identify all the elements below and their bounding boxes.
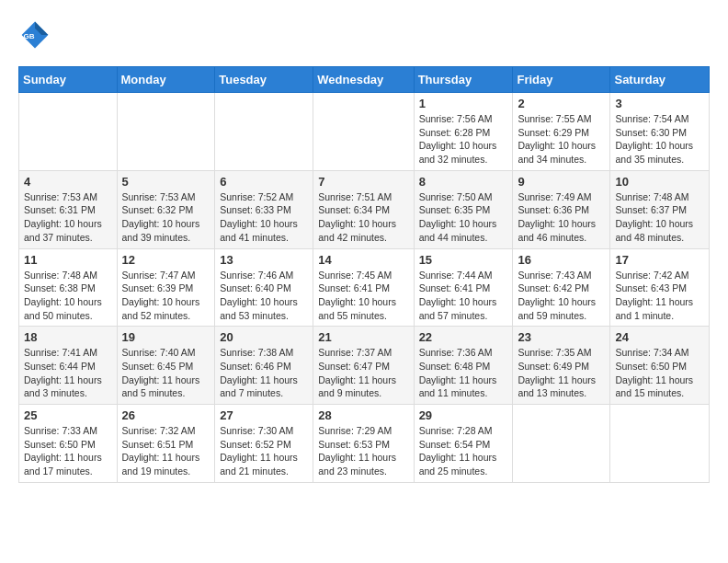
calendar-cell: 16Sunrise: 7:43 AM Sunset: 6:42 PM Dayli…	[513, 248, 610, 327]
day-number: 10	[615, 175, 704, 189]
calendar-cell: 18Sunrise: 7:41 AM Sunset: 6:44 PM Dayli…	[19, 327, 118, 405]
calendar-cell: 10Sunrise: 7:48 AM Sunset: 6:37 PM Dayli…	[610, 170, 710, 248]
weekday-header-friday: Friday	[513, 67, 610, 93]
day-number: 3	[615, 97, 704, 110]
calendar-cell: 1Sunrise: 7:56 AM Sunset: 6:28 PM Daylig…	[414, 93, 513, 171]
day-info: Sunrise: 7:40 AM Sunset: 6:45 PM Dayligh…	[122, 346, 210, 400]
calendar-cell: 22Sunrise: 7:36 AM Sunset: 6:48 PM Dayli…	[414, 327, 513, 405]
weekday-header-thursday: Thursday	[414, 67, 513, 93]
day-info: Sunrise: 7:38 AM Sunset: 6:46 PM Dayligh…	[220, 346, 308, 400]
week-row-5: 25Sunrise: 7:33 AM Sunset: 6:50 PM Dayli…	[19, 405, 710, 483]
weekday-header-sunday: Sunday	[19, 67, 118, 93]
page-header: GB	[18, 18, 710, 52]
day-number: 16	[518, 253, 605, 267]
day-info: Sunrise: 7:28 AM Sunset: 6:54 PM Dayligh…	[419, 424, 508, 478]
day-number: 5	[122, 175, 210, 189]
calendar-cell: 8Sunrise: 7:50 AM Sunset: 6:35 PM Daylig…	[414, 170, 513, 248]
calendar-cell: 9Sunrise: 7:49 AM Sunset: 6:36 PM Daylig…	[513, 170, 610, 248]
day-info: Sunrise: 7:45 AM Sunset: 6:41 PM Dayligh…	[318, 269, 408, 323]
svg-text:GB: GB	[23, 32, 34, 40]
day-number: 9	[518, 175, 605, 189]
day-info: Sunrise: 7:44 AM Sunset: 6:41 PM Dayligh…	[419, 269, 508, 323]
calendar-cell: 23Sunrise: 7:35 AM Sunset: 6:49 PM Dayli…	[513, 327, 610, 405]
weekday-header-wednesday: Wednesday	[313, 67, 414, 93]
calendar-body: 1Sunrise: 7:56 AM Sunset: 6:28 PM Daylig…	[19, 93, 710, 483]
day-info: Sunrise: 7:32 AM Sunset: 6:51 PM Dayligh…	[122, 424, 210, 478]
day-info: Sunrise: 7:49 AM Sunset: 6:36 PM Dayligh…	[518, 190, 605, 245]
week-row-4: 18Sunrise: 7:41 AM Sunset: 6:44 PM Dayli…	[19, 327, 710, 405]
day-number: 18	[24, 330, 112, 344]
calendar-cell: 4Sunrise: 7:53 AM Sunset: 6:31 PM Daylig…	[19, 170, 118, 248]
day-number: 26	[122, 408, 210, 422]
day-number: 4	[24, 175, 112, 189]
weekday-header-monday: Monday	[117, 67, 215, 93]
day-info: Sunrise: 7:54 AM Sunset: 6:30 PM Dayligh…	[615, 112, 704, 167]
day-number: 1	[419, 97, 508, 110]
day-number: 21	[318, 330, 408, 344]
calendar-cell: 5Sunrise: 7:53 AM Sunset: 6:32 PM Daylig…	[117, 170, 215, 248]
calendar-cell	[117, 93, 215, 171]
week-row-2: 4Sunrise: 7:53 AM Sunset: 6:31 PM Daylig…	[19, 170, 710, 248]
weekday-header-tuesday: Tuesday	[215, 67, 313, 93]
calendar-cell: 3Sunrise: 7:54 AM Sunset: 6:30 PM Daylig…	[610, 93, 710, 171]
calendar-cell: 29Sunrise: 7:28 AM Sunset: 6:54 PM Dayli…	[414, 405, 513, 483]
day-number: 8	[419, 175, 508, 189]
day-info: Sunrise: 7:37 AM Sunset: 6:47 PM Dayligh…	[318, 346, 408, 400]
day-info: Sunrise: 7:42 AM Sunset: 6:43 PM Dayligh…	[615, 269, 704, 323]
calendar-cell	[313, 93, 414, 171]
day-number: 6	[220, 175, 308, 189]
week-row-3: 11Sunrise: 7:48 AM Sunset: 6:38 PM Dayli…	[19, 248, 710, 327]
day-info: Sunrise: 7:35 AM Sunset: 6:49 PM Dayligh…	[518, 346, 605, 400]
day-info: Sunrise: 7:47 AM Sunset: 6:39 PM Dayligh…	[122, 269, 210, 323]
day-info: Sunrise: 7:29 AM Sunset: 6:53 PM Dayligh…	[318, 424, 408, 478]
day-info: Sunrise: 7:50 AM Sunset: 6:35 PM Dayligh…	[419, 190, 508, 245]
day-number: 25	[24, 408, 112, 422]
day-info: Sunrise: 7:53 AM Sunset: 6:32 PM Dayligh…	[122, 190, 210, 245]
day-info: Sunrise: 7:43 AM Sunset: 6:42 PM Dayligh…	[518, 269, 605, 323]
day-number: 12	[122, 253, 210, 267]
day-number: 14	[318, 253, 408, 267]
day-number: 11	[24, 253, 112, 267]
calendar-cell: 6Sunrise: 7:52 AM Sunset: 6:33 PM Daylig…	[215, 170, 313, 248]
day-number: 20	[220, 330, 308, 344]
calendar-cell: 20Sunrise: 7:38 AM Sunset: 6:46 PM Dayli…	[215, 327, 313, 405]
weekday-header-row: SundayMondayTuesdayWednesdayThursdayFrid…	[19, 67, 710, 93]
day-info: Sunrise: 7:48 AM Sunset: 6:38 PM Dayligh…	[24, 269, 112, 323]
logo: GB	[18, 18, 55, 52]
calendar-cell	[513, 405, 610, 483]
calendar-cell: 17Sunrise: 7:42 AM Sunset: 6:43 PM Dayli…	[610, 248, 710, 327]
calendar-cell: 21Sunrise: 7:37 AM Sunset: 6:47 PM Dayli…	[313, 327, 414, 405]
day-info: Sunrise: 7:55 AM Sunset: 6:29 PM Dayligh…	[518, 112, 605, 167]
day-number: 19	[122, 330, 210, 344]
calendar-cell: 2Sunrise: 7:55 AM Sunset: 6:29 PM Daylig…	[513, 93, 610, 171]
calendar-cell	[215, 93, 313, 171]
day-number: 27	[220, 408, 308, 422]
day-info: Sunrise: 7:30 AM Sunset: 6:52 PM Dayligh…	[220, 424, 308, 478]
day-number: 23	[518, 330, 605, 344]
day-info: Sunrise: 7:46 AM Sunset: 6:40 PM Dayligh…	[220, 269, 308, 323]
weekday-header-saturday: Saturday	[610, 67, 710, 93]
calendar-cell: 14Sunrise: 7:45 AM Sunset: 6:41 PM Dayli…	[313, 248, 414, 327]
calendar-cell: 28Sunrise: 7:29 AM Sunset: 6:53 PM Dayli…	[313, 405, 414, 483]
calendar-cell	[19, 93, 118, 171]
calendar-cell: 7Sunrise: 7:51 AM Sunset: 6:34 PM Daylig…	[313, 170, 414, 248]
day-info: Sunrise: 7:36 AM Sunset: 6:48 PM Dayligh…	[419, 346, 508, 400]
calendar-cell: 13Sunrise: 7:46 AM Sunset: 6:40 PM Dayli…	[215, 248, 313, 327]
logo-icon: GB	[18, 18, 51, 52]
day-info: Sunrise: 7:51 AM Sunset: 6:34 PM Dayligh…	[318, 190, 408, 245]
calendar-cell: 19Sunrise: 7:40 AM Sunset: 6:45 PM Dayli…	[117, 327, 215, 405]
day-number: 17	[615, 253, 704, 267]
day-info: Sunrise: 7:52 AM Sunset: 6:33 PM Dayligh…	[220, 190, 308, 245]
calendar-cell: 12Sunrise: 7:47 AM Sunset: 6:39 PM Dayli…	[117, 248, 215, 327]
calendar-cell: 11Sunrise: 7:48 AM Sunset: 6:38 PM Dayli…	[19, 248, 118, 327]
day-info: Sunrise: 7:56 AM Sunset: 6:28 PM Dayligh…	[419, 112, 508, 167]
calendar-cell: 27Sunrise: 7:30 AM Sunset: 6:52 PM Dayli…	[215, 405, 313, 483]
day-number: 7	[318, 175, 408, 189]
day-number: 13	[220, 253, 308, 267]
day-info: Sunrise: 7:48 AM Sunset: 6:37 PM Dayligh…	[615, 190, 704, 245]
day-number: 2	[518, 97, 605, 110]
day-number: 29	[419, 408, 508, 422]
calendar-table: SundayMondayTuesdayWednesdayThursdayFrid…	[18, 66, 710, 483]
day-info: Sunrise: 7:34 AM Sunset: 6:50 PM Dayligh…	[615, 346, 704, 400]
calendar-cell	[610, 405, 710, 483]
